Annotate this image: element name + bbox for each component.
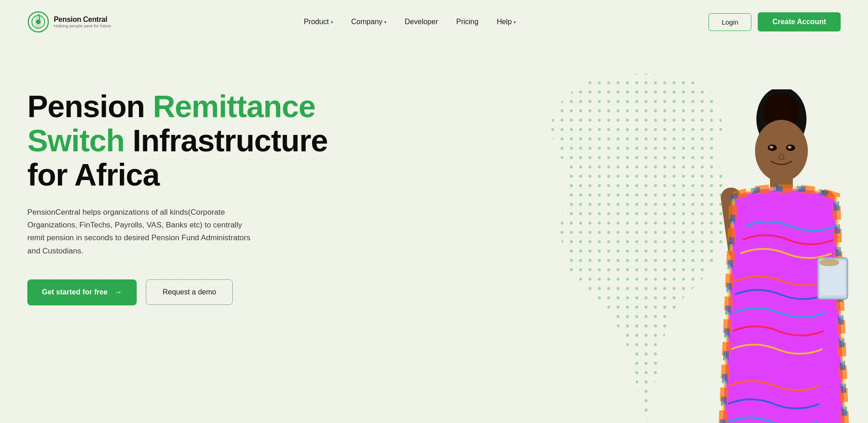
nav-item-pricing[interactable]: Pricing: [449, 14, 486, 30]
hero-section: Pension Remittance Switch Infrastructure…: [0, 44, 868, 423]
svg-point-16: [770, 146, 773, 149]
hero-title-africa: for Africa: [27, 157, 159, 192]
hero-content: Pension Remittance Switch Infrastructure…: [27, 71, 475, 305]
hero-title-infrastructure: Infrastructure: [133, 123, 328, 158]
logo-icon: [27, 11, 49, 33]
nav-item-help[interactable]: Help ▾: [489, 14, 523, 30]
person-svg: [654, 89, 854, 423]
nav-item-product[interactable]: Product ▾: [297, 14, 340, 30]
chevron-down-icon: ▾: [331, 20, 333, 25]
hero-title-switch: Switch: [27, 123, 124, 158]
hero-person-image: [654, 89, 854, 423]
hero-buttons: Get started for free → Request a demo: [27, 279, 475, 305]
create-account-button[interactable]: Create Account: [758, 12, 841, 31]
navbar: Pension Central Helping people save for …: [0, 0, 868, 44]
nav-link-product[interactable]: Product ▾: [297, 14, 340, 30]
nav-link-company[interactable]: Company ▾: [344, 14, 394, 30]
nav-link-help[interactable]: Help ▾: [489, 14, 523, 30]
nav-actions: Login Create Account: [709, 12, 841, 31]
nav-link-pricing[interactable]: Pricing: [449, 14, 486, 30]
hero-description: PensionCentral helps organizations of al…: [27, 206, 251, 257]
hero-title: Pension Remittance Switch Infrastructure…: [27, 89, 475, 191]
nav-item-developer[interactable]: Developer: [397, 14, 445, 30]
nav-links: Product ▾ Company ▾ Developer Pricing He…: [297, 14, 523, 30]
login-button[interactable]: Login: [709, 13, 752, 31]
arrow-icon: →: [114, 288, 122, 297]
svg-point-17: [788, 146, 791, 149]
chevron-down-icon: ▾: [384, 20, 386, 25]
chevron-down-icon: ▾: [514, 20, 516, 25]
logo-link[interactable]: Pension Central Helping people save for …: [27, 11, 111, 33]
nav-item-company[interactable]: Company ▾: [344, 14, 394, 30]
hero-title-pension: Pension: [27, 89, 153, 124]
get-started-button[interactable]: Get started for free →: [27, 279, 137, 305]
request-demo-button[interactable]: Request a demo: [146, 279, 233, 305]
hero-title-remittance: Remittance: [153, 89, 315, 124]
get-started-label: Get started for free: [42, 288, 108, 296]
svg-point-13: [819, 259, 839, 266]
brand-name: Pension Central: [54, 15, 111, 24]
hero-visual: [475, 71, 841, 423]
nav-link-developer[interactable]: Developer: [397, 14, 445, 30]
brand-tagline: Helping people save for future: [54, 24, 111, 29]
svg-point-7: [755, 120, 808, 182]
